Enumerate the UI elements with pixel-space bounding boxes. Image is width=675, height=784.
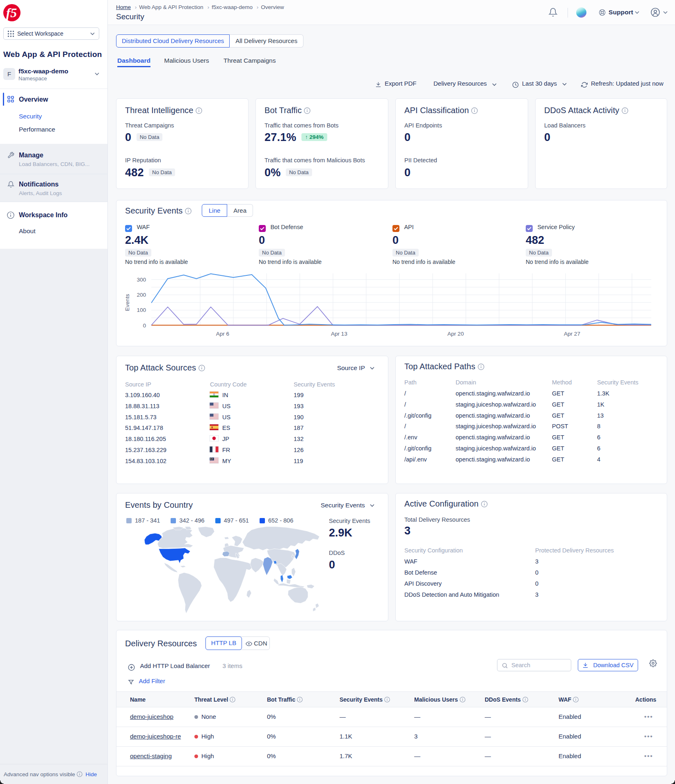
svg-text:Events: Events	[124, 294, 130, 311]
svg-text:Apr 20: Apr 20	[447, 331, 464, 337]
svg-text:0: 0	[143, 323, 146, 329]
svg-text:Apr 6: Apr 6	[216, 331, 229, 337]
svg-text:200: 200	[137, 292, 146, 298]
svg-text:100: 100	[137, 307, 146, 313]
svg-text:Apr 13: Apr 13	[331, 331, 347, 337]
svg-text:Apr 27: Apr 27	[564, 331, 580, 337]
svg-text:300: 300	[137, 277, 146, 283]
svg-text:f5: f5	[6, 5, 17, 20]
